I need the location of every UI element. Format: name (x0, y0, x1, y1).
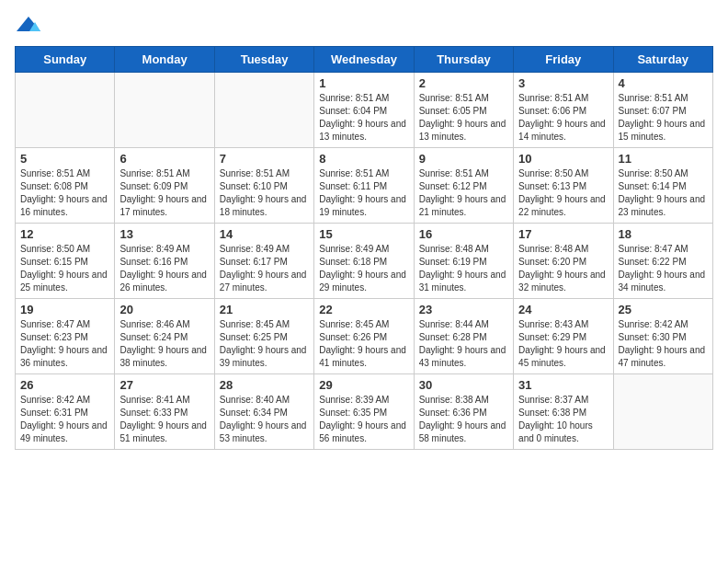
calendar-cell: 18Sunrise: 8:47 AMSunset: 6:22 PMDayligh… (613, 224, 712, 299)
day-info-line: Daylight: 9 hours and 22 minutes. (518, 193, 608, 219)
day-number: 20 (119, 303, 209, 316)
weekday-header: Saturday (613, 47, 712, 73)
day-info-line: Daylight: 9 hours and 13 minutes. (319, 118, 408, 144)
calendar-cell: 1Sunrise: 8:51 AMSunset: 6:04 PMDaylight… (314, 73, 414, 148)
day-info-line: Sunset: 6:33 PM (119, 407, 209, 419)
day-info-line: Sunrise: 8:50 AM (619, 167, 708, 180)
calendar-cell (16, 73, 115, 148)
day-number: 24 (518, 303, 608, 316)
day-info-line: Daylight: 9 hours and 26 minutes. (119, 269, 209, 294)
day-info-line: Daylight: 9 hours and 58 minutes. (419, 419, 508, 445)
calendar-cell (613, 374, 712, 450)
day-info-line: Sunset: 6:18 PM (319, 256, 408, 269)
day-number: 4 (619, 76, 708, 90)
day-info-line: Daylight: 9 hours and 18 minutes. (220, 193, 309, 219)
weekday-header: Sunday (16, 47, 115, 73)
calendar-cell: 23Sunrise: 8:44 AMSunset: 6:28 PMDayligh… (414, 299, 513, 374)
day-info-line: Sunrise: 8:42 AM (619, 318, 708, 331)
day-info-line: Daylight: 9 hours and 14 minutes. (518, 118, 608, 144)
day-info-line: Daylight: 9 hours and 15 minutes. (619, 118, 708, 144)
day-info-line: Daylight: 9 hours and 21 minutes. (419, 193, 508, 219)
calendar-cell: 27Sunrise: 8:41 AMSunset: 6:33 PMDayligh… (115, 374, 214, 450)
day-info-line: Sunrise: 8:51 AM (419, 167, 508, 180)
day-number: 27 (119, 378, 209, 392)
calendar-cell: 3Sunrise: 8:51 AMSunset: 6:06 PMDaylight… (514, 73, 613, 148)
day-info-line: Sunset: 6:05 PM (419, 105, 508, 118)
day-info-line: Sunrise: 8:48 AM (419, 243, 508, 256)
day-info-line: Sunset: 6:25 PM (220, 331, 309, 344)
day-info-line: Daylight: 10 hours and 0 minutes. (518, 419, 608, 445)
day-info-line: Sunset: 6:10 PM (220, 180, 309, 193)
day-number: 19 (20, 303, 109, 316)
calendar-cell: 25Sunrise: 8:42 AMSunset: 6:30 PMDayligh… (613, 299, 712, 374)
day-info-line: Sunrise: 8:40 AM (220, 394, 309, 407)
weekday-header: Tuesday (214, 47, 313, 73)
weekday-header-row: SundayMondayTuesdayWednesdayThursdayFrid… (16, 47, 713, 73)
calendar-cell: 16Sunrise: 8:48 AMSunset: 6:19 PMDayligh… (414, 224, 513, 299)
calendar-cell: 10Sunrise: 8:50 AMSunset: 6:13 PMDayligh… (514, 148, 613, 224)
day-info-line: Sunset: 6:23 PM (20, 331, 109, 344)
day-number: 14 (220, 227, 309, 241)
day-info-line: Sunrise: 8:41 AM (119, 394, 209, 407)
day-number: 28 (220, 378, 309, 392)
logo (15, 15, 44, 35)
day-info-line: Sunrise: 8:51 AM (119, 167, 209, 180)
calendar-cell: 26Sunrise: 8:42 AMSunset: 6:31 PMDayligh… (16, 374, 115, 450)
calendar-cell: 5Sunrise: 8:51 AMSunset: 6:08 PMDaylight… (16, 148, 115, 224)
day-info-line: Sunset: 6:35 PM (319, 407, 408, 419)
day-info-line: Sunrise: 8:51 AM (319, 167, 408, 180)
day-info-line: Daylight: 9 hours and 32 minutes. (518, 269, 608, 294)
day-number: 29 (319, 378, 408, 392)
calendar-cell: 21Sunrise: 8:45 AMSunset: 6:25 PMDayligh… (214, 299, 313, 374)
day-info-line: Daylight: 9 hours and 31 minutes. (419, 269, 508, 294)
day-number: 30 (419, 378, 508, 392)
day-info-line: Sunset: 6:11 PM (319, 180, 408, 193)
day-info-line: Daylight: 9 hours and 13 minutes. (419, 118, 508, 144)
day-info-line: Sunset: 6:14 PM (619, 180, 708, 193)
day-number: 8 (319, 152, 408, 166)
day-info-line: Sunset: 6:04 PM (319, 105, 408, 118)
day-number: 15 (319, 227, 408, 241)
day-number: 12 (20, 227, 109, 241)
day-info-line: Sunset: 6:22 PM (619, 256, 708, 269)
day-info-line: Daylight: 9 hours and 19 minutes. (319, 193, 408, 219)
day-info-line: Daylight: 9 hours and 27 minutes. (220, 269, 309, 294)
day-info-line: Sunset: 6:30 PM (619, 331, 708, 344)
day-number: 21 (220, 303, 309, 316)
day-info-line: Sunset: 6:19 PM (419, 256, 508, 269)
day-number: 7 (220, 152, 309, 166)
day-info-line: Sunrise: 8:51 AM (619, 92, 708, 105)
weekday-header: Wednesday (314, 47, 414, 73)
calendar-cell: 6Sunrise: 8:51 AMSunset: 6:09 PMDaylight… (115, 148, 214, 224)
day-number: 1 (319, 76, 408, 90)
calendar-cell: 22Sunrise: 8:45 AMSunset: 6:26 PMDayligh… (314, 299, 414, 374)
day-info-line: Sunrise: 8:51 AM (518, 92, 608, 105)
day-info-line: Sunrise: 8:44 AM (419, 318, 508, 331)
day-info-line: Sunrise: 8:51 AM (319, 92, 408, 105)
day-number: 13 (119, 227, 209, 241)
calendar-cell: 8Sunrise: 8:51 AMSunset: 6:11 PMDaylight… (314, 148, 414, 224)
day-info-line: Sunrise: 8:47 AM (20, 318, 109, 331)
day-info-line: Sunrise: 8:51 AM (419, 92, 508, 105)
day-info-line: Daylight: 9 hours and 29 minutes. (319, 269, 408, 294)
day-info-line: Sunset: 6:20 PM (518, 256, 608, 269)
calendar-cell: 7Sunrise: 8:51 AMSunset: 6:10 PMDaylight… (214, 148, 313, 224)
day-info-line: Daylight: 9 hours and 43 minutes. (419, 344, 508, 370)
day-info-line: Daylight: 9 hours and 45 minutes. (518, 344, 608, 370)
day-info-line: Sunset: 6:29 PM (518, 331, 608, 344)
day-info-line: Sunrise: 8:45 AM (220, 318, 309, 331)
day-info-line: Sunrise: 8:49 AM (319, 243, 408, 256)
calendar-week-row: 5Sunrise: 8:51 AMSunset: 6:08 PMDaylight… (16, 148, 713, 224)
day-info-line: Sunset: 6:09 PM (119, 180, 209, 193)
day-info-line: Sunrise: 8:43 AM (518, 318, 608, 331)
day-number: 26 (20, 378, 109, 392)
day-info-line: Sunset: 6:16 PM (119, 256, 209, 269)
day-info-line: Sunset: 6:28 PM (419, 331, 508, 344)
calendar-cell: 30Sunrise: 8:38 AMSunset: 6:36 PMDayligh… (414, 374, 513, 450)
day-info-line: Sunset: 6:13 PM (518, 180, 608, 193)
day-info-line: Daylight: 9 hours and 53 minutes. (220, 419, 309, 445)
day-number: 6 (119, 152, 209, 166)
day-info-line: Sunrise: 8:50 AM (518, 167, 608, 180)
day-info-line: Daylight: 9 hours and 36 minutes. (20, 344, 109, 370)
day-number: 16 (419, 227, 508, 241)
